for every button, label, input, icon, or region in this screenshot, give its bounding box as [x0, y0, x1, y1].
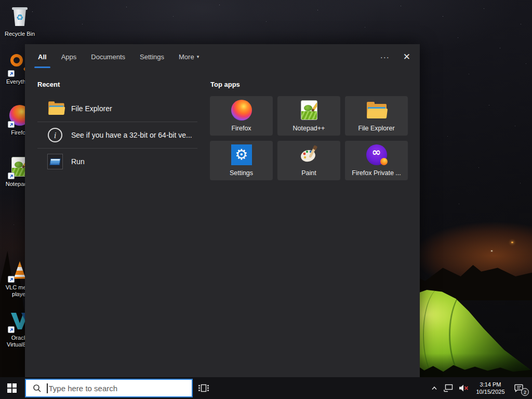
top-app-settings[interactable]: ⚙ Settings — [210, 141, 273, 180]
tray-time: 3:14 PM — [473, 381, 508, 388]
panel-controls: ··· ✕ — [380, 44, 410, 69]
volume-muted-icon — [459, 384, 469, 392]
shortcut-arrow-icon — [8, 172, 15, 179]
recent-item-search-suggestion[interactable]: i See if you have a 32-bit or 64-bit ve.… — [37, 122, 197, 148]
tray-date: 10/15/2025 — [473, 388, 508, 395]
search-flyout-panel: All Apps Documents Settings More ▾ ··· ✕… — [25, 44, 420, 377]
tab-settings[interactable]: Settings — [140, 44, 164, 69]
chevron-down-icon: ▾ — [197, 54, 200, 59]
desktop-icon-recycle-bin[interactable]: ♻ Recycle Bin — [2, 4, 37, 37]
top-app-firefox[interactable]: Firefox — [210, 96, 273, 136]
ethernet-network-icon — [444, 384, 453, 392]
tab-all[interactable]: All — [38, 44, 47, 69]
search-input[interactable] — [49, 384, 192, 393]
volume-button[interactable] — [457, 377, 471, 399]
shortcut-arrow-icon — [8, 70, 15, 77]
notepad-plus-plus-icon — [277, 99, 340, 121]
recent-header: Recent — [37, 81, 60, 88]
desktop-icon-label: Recycle Bin — [2, 31, 37, 37]
chevron-up-icon — [431, 385, 437, 391]
shortcut-arrow-icon — [8, 276, 15, 283]
search-icon — [33, 384, 42, 393]
text-caret — [47, 383, 48, 393]
task-view-button[interactable] — [196, 377, 211, 399]
top-app-file-explorer[interactable]: File Explorer — [345, 96, 408, 136]
file-explorer-icon — [345, 99, 408, 121]
desktop: ♻ Recycle Bin Everything Firefox — [0, 0, 532, 399]
top-app-firefox-private[interactable]: ∞ Firefox Private ... — [345, 141, 408, 180]
start-button[interactable] — [0, 377, 24, 399]
tab-more[interactable]: More ▾ — [179, 44, 199, 69]
tray-overflow-button[interactable] — [429, 377, 440, 399]
taskbar-clock[interactable]: 3:14 PM 10/15/2025 — [473, 381, 508, 395]
shortcut-arrow-icon — [8, 326, 15, 333]
tab-apps[interactable]: Apps — [61, 44, 77, 69]
paint-palette-icon — [277, 144, 340, 166]
tab-documents[interactable]: Documents — [91, 44, 125, 69]
taskbar: 3:14 PM 10/15/2025 2 — [0, 377, 532, 399]
top-apps-grid: Firefox Notepad++ File Explorer ⚙ S — [210, 96, 408, 180]
search-tabs: All Apps Documents Settings More ▾ — [25, 44, 420, 69]
stars — [0, 0, 1, 1]
firefox-icon — [210, 99, 273, 121]
glowing-tent — [405, 290, 532, 378]
taskbar-search-box[interactable] — [25, 379, 193, 397]
info-icon: i — [47, 127, 63, 143]
recycle-bin-icon: ♻ — [7, 4, 32, 29]
more-options-button[interactable]: ··· — [380, 52, 390, 61]
action-center-button[interactable]: 2 — [510, 377, 528, 399]
system-tray: 3:14 PM 10/15/2025 2 — [429, 377, 528, 399]
top-app-paint[interactable]: Paint — [277, 141, 340, 180]
recent-item-file-explorer[interactable]: File Explorer — [37, 95, 197, 122]
windows-logo-icon — [7, 383, 17, 393]
settings-gear-icon: ⚙ — [210, 144, 273, 166]
folder-icon — [47, 100, 63, 117]
top-app-notepad-plus-plus[interactable]: Notepad++ — [277, 96, 340, 136]
firefox-private-mask-icon: ∞ — [345, 144, 408, 166]
shortcut-arrow-icon — [8, 121, 15, 128]
recent-item-run[interactable]: Run — [37, 148, 197, 175]
close-icon[interactable]: ✕ — [403, 51, 410, 62]
top-apps-header: Top apps — [210, 81, 240, 88]
recycle-symbol-icon: ♻ — [7, 12, 32, 22]
task-view-icon — [198, 383, 209, 393]
bright-star — [511, 242, 513, 243]
network-button[interactable] — [442, 377, 455, 399]
run-icon — [47, 153, 63, 170]
notification-badge: 2 — [521, 388, 529, 396]
bright-star — [491, 250, 493, 251]
recent-list: File Explorer i See if you have a 32-bit… — [37, 95, 197, 175]
